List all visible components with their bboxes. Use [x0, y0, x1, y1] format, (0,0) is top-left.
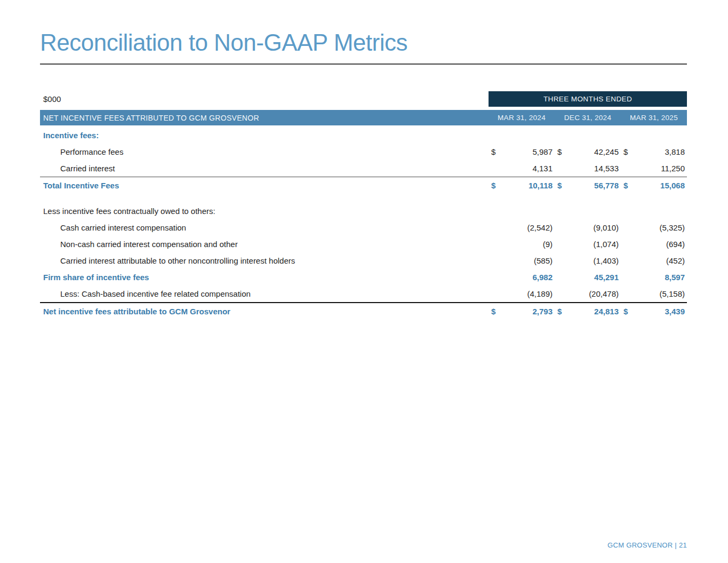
row-value: (694) — [666, 240, 685, 249]
row-label: Firm share of incentive fees — [40, 273, 489, 282]
row-value: 42,245 — [594, 147, 619, 156]
value-cell: (452) — [621, 256, 687, 265]
table-row: Firm share of incentive fees6,98245,2918… — [40, 269, 687, 286]
value-cell: $2,793 — [489, 307, 555, 316]
currency-symbol: $ — [557, 307, 562, 316]
value-cell: 14,533 — [555, 164, 621, 173]
table-row: Cash carried interest compensation(2,542… — [40, 219, 687, 236]
currency-symbol: $ — [557, 147, 562, 156]
currency-symbol: $ — [491, 181, 495, 190]
value-cell: $24,813 — [555, 307, 621, 316]
row-value: (5,158) — [659, 289, 685, 298]
units-label: $000 — [40, 94, 489, 104]
table-row: Total Incentive Fees$10,118$56,778$15,06… — [40, 177, 687, 194]
row-label: Incentive fees: — [40, 131, 489, 140]
row-value: (1,074) — [593, 240, 619, 249]
row-value: 6,982 — [532, 273, 553, 282]
value-cell: (585) — [489, 256, 555, 265]
footer-text: GCM GROSVENOR | 21 — [607, 541, 687, 549]
value-cell: 6,982 — [489, 273, 555, 282]
row-value: 45,291 — [594, 273, 619, 282]
row-label: Less incentive fees contractually owed t… — [40, 207, 489, 216]
section-header: NET INCENTIVE FEES ATTRIBUTED TO GCM GRO… — [40, 114, 489, 122]
value-cell: (4,189) — [489, 289, 555, 298]
row-label: Carried interest — [40, 164, 489, 173]
column-header: MAR 31, 2024 — [489, 114, 555, 122]
table-row: Non-cash carried interest compensation a… — [40, 236, 687, 252]
table-row: Less incentive fees contractually owed t… — [40, 203, 687, 219]
row-value: (5,325) — [659, 223, 685, 232]
table-row: Carried interest4,13114,53311,250 — [40, 160, 687, 177]
value-cell: (9) — [489, 240, 555, 249]
title-block: Reconciliation to Non-GAAP Metrics — [40, 0, 687, 65]
row-value: 56,778 — [594, 181, 619, 190]
table-row: Carried interest attributable to other n… — [40, 252, 687, 269]
value-cell: 4,131 — [489, 164, 555, 173]
value-cell: (2,542) — [489, 223, 555, 232]
value-cell: (694) — [621, 240, 687, 249]
section-header-band: NET INCENTIVE FEES ATTRIBUTED TO GCM GRO… — [40, 110, 687, 125]
row-value: (1,403) — [593, 256, 619, 265]
value-cell: $3,818 — [621, 147, 687, 156]
currency-symbol: $ — [623, 307, 628, 316]
row-label: Carried interest attributable to other n… — [40, 256, 489, 265]
currency-symbol: $ — [623, 181, 628, 190]
value-cell: (5,325) — [621, 223, 687, 232]
row-value: 8,597 — [665, 273, 685, 282]
row-value: 2,793 — [532, 307, 553, 316]
column-header: MAR 31, 2025 — [621, 114, 687, 122]
value-cell: 11,250 — [621, 164, 687, 173]
row-label: Performance fees — [40, 147, 489, 156]
value-cell: $10,118 — [489, 181, 555, 190]
row-label: Net incentive fees attributable to GCM G… — [40, 307, 489, 316]
currency-symbol: $ — [557, 181, 562, 190]
currency-symbol: $ — [491, 147, 495, 156]
row-value: (9) — [543, 240, 553, 249]
row-value: (452) — [666, 256, 685, 265]
row-value: (20,478) — [589, 289, 619, 298]
row-value: 11,250 — [661, 164, 685, 173]
value-cell: 45,291 — [555, 273, 621, 282]
value-cell: $56,778 — [555, 181, 621, 190]
table-row: Less: Cash-based incentive fee related c… — [40, 286, 687, 302]
value-cell: (1,074) — [555, 240, 621, 249]
row-label: Cash carried interest compensation — [40, 223, 489, 232]
currency-symbol: $ — [623, 147, 628, 156]
value-cell: (20,478) — [555, 289, 621, 298]
table-header-row-1: $000 THREE MONTHS ENDED — [40, 91, 687, 107]
value-cell: (9,010) — [555, 223, 621, 232]
value-cell: $15,068 — [621, 181, 687, 190]
row-label: Less: Cash-based incentive fee related c… — [40, 289, 489, 298]
table-row: Net incentive fees attributable to GCM G… — [40, 302, 687, 320]
value-cell: (1,403) — [555, 256, 621, 265]
row-value: 3,818 — [665, 147, 685, 156]
row-value: 24,813 — [594, 307, 619, 316]
row-value: 3,439 — [665, 307, 685, 316]
column-header: DEC 31, 2024 — [555, 114, 621, 122]
row-value: (2,542) — [527, 223, 553, 232]
currency-symbol: $ — [491, 307, 495, 316]
row-value: 5,987 — [532, 147, 553, 156]
row-value: (585) — [534, 256, 553, 265]
row-value: 10,118 — [529, 181, 553, 190]
row-label: Total Incentive Fees — [40, 181, 489, 190]
table-row: Performance fees$5,987$42,245$3,818 — [40, 144, 687, 160]
value-cell: $42,245 — [555, 147, 621, 156]
row-label: Non-cash carried interest compensation a… — [40, 240, 489, 249]
value-cell: $5,987 — [489, 147, 555, 156]
slide: Reconciliation to Non-GAAP Metrics $000 … — [0, 0, 728, 563]
row-value: 15,068 — [660, 181, 685, 190]
reconciliation-table: $000 THREE MONTHS ENDED NET INCENTIVE FE… — [40, 91, 687, 320]
row-value: (4,189) — [527, 289, 553, 298]
period-header-band: THREE MONTHS ENDED — [489, 91, 687, 107]
table-row: Incentive fees: — [40, 127, 687, 144]
table-body: Incentive fees:Performance fees$5,987$42… — [40, 127, 687, 320]
value-cell: $3,439 — [621, 307, 687, 316]
row-value: (9,010) — [593, 223, 619, 232]
row-value: 14,533 — [594, 164, 619, 173]
row-value: 4,131 — [532, 164, 553, 173]
footer: GCM GROSVENOR | 21 — [607, 541, 687, 549]
value-cell: (5,158) — [621, 289, 687, 298]
value-cell: 8,597 — [621, 273, 687, 282]
page-title: Reconciliation to Non-GAAP Metrics — [40, 30, 687, 55]
